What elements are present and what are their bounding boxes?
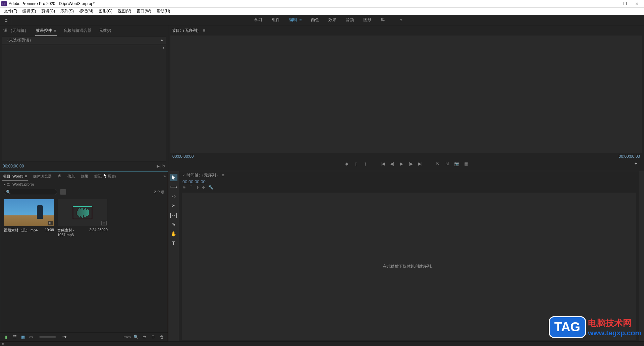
workspace-learn[interactable]: 学习 xyxy=(254,16,263,24)
panel-menu-icon[interactable]: ≡ xyxy=(54,29,56,32)
list-view-button[interactable]: ☷ xyxy=(12,334,18,340)
maximize-button[interactable]: ☐ xyxy=(622,1,628,7)
tab-libraries[interactable]: 库 xyxy=(57,172,62,180)
ripple-edit-tool[interactable]: ⇔ xyxy=(170,193,177,200)
home-button[interactable]: ⌂ xyxy=(0,15,12,25)
type-tool[interactable]: T xyxy=(170,239,177,247)
sort-button[interactable]: ≡▾ xyxy=(61,334,67,340)
tab-history[interactable]: 历史i xyxy=(107,172,116,180)
workspace-libraries[interactable]: 库 xyxy=(380,16,385,24)
close-panel-icon[interactable]: × xyxy=(182,173,184,177)
tab-project[interactable]: 项目: Word3≡ xyxy=(2,172,28,180)
slip-tool[interactable]: |↔| xyxy=(170,211,177,219)
menu-markers[interactable]: 标记(M) xyxy=(76,8,96,15)
tab-effect-controls[interactable]: 效果控件≡ xyxy=(35,26,57,36)
new-bin-button[interactable] xyxy=(60,189,66,195)
menu-sequence[interactable]: 序列(S) xyxy=(58,8,76,15)
tab-markers[interactable]: 标记 xyxy=(94,172,102,180)
timeline-linked-selection-icon[interactable]: ⌒ xyxy=(189,185,193,191)
sync-icon[interactable]: ↻ xyxy=(1,342,4,346)
source-loop-icon[interactable]: ↻ xyxy=(162,164,165,168)
timeline-scrollbar[interactable] xyxy=(639,171,644,341)
workspace-more[interactable]: » xyxy=(400,18,402,22)
menu-window[interactable]: 窗口(W) xyxy=(134,8,154,15)
menu-graphics[interactable]: 图形(G) xyxy=(96,8,115,15)
audio-thumbnail: ⊞ xyxy=(57,199,108,226)
workspace-color[interactable]: 颜色 xyxy=(310,16,320,24)
workspace-effects[interactable]: 效果 xyxy=(328,16,337,24)
minimize-button[interactable]: — xyxy=(610,1,616,7)
mark-out-button[interactable]: } xyxy=(362,161,368,167)
timeline-add-marker-icon[interactable]: ◆ xyxy=(202,185,205,191)
project-item-audio[interactable]: ⊞ 音频素材 - 1967.mp3 2:24:25920 xyxy=(57,199,108,238)
step-back-button[interactable]: ◀| xyxy=(389,161,395,167)
thumbnail-size-slider[interactable] xyxy=(39,336,56,338)
menu-view[interactable]: 视图(V) xyxy=(115,8,134,15)
find-button[interactable]: 🔍 xyxy=(133,334,139,340)
project-breadcrumb[interactable]: Word3.prproj xyxy=(12,182,34,186)
panel-menu-icon[interactable]: ≡ xyxy=(222,173,224,178)
add-marker-button[interactable]: ◆ xyxy=(343,161,350,167)
timeline-marker-icon[interactable]: ◗ xyxy=(197,185,199,191)
program-timecode-left[interactable]: 00;00;00;00 xyxy=(172,154,194,159)
pen-tool[interactable]: ✎ xyxy=(170,221,177,228)
hand-tool[interactable]: ✋ xyxy=(170,230,177,237)
selection-tool[interactable] xyxy=(170,174,177,181)
dropdown-arrow-icon: ▶ xyxy=(161,39,163,42)
tab-info[interactable]: 信息 xyxy=(67,172,75,180)
timeline-settings-icon[interactable]: 🔧 xyxy=(208,185,213,191)
lift-button[interactable]: ⇱ xyxy=(435,161,441,167)
freeform-view-button[interactable]: ▭ xyxy=(28,334,34,340)
workspace-assembly[interactable]: 组件 xyxy=(271,16,280,24)
project-search-input[interactable]: 🔍 xyxy=(4,189,57,195)
workspace-graphics[interactable]: 图形 xyxy=(363,16,372,24)
close-button[interactable]: ✕ xyxy=(634,1,640,7)
new-item-button[interactable]: 🗋 xyxy=(150,334,156,340)
new-bin-button[interactable]: 🗀 xyxy=(142,334,148,340)
menu-edit[interactable]: 编辑(E) xyxy=(20,8,39,15)
tab-metadata[interactable]: 元数据 xyxy=(98,26,112,36)
timeline-snap-icon[interactable]: ⋇ xyxy=(182,185,186,191)
export-frame-button[interactable]: 📷 xyxy=(453,161,460,167)
panel-menu-icon[interactable]: ≡ xyxy=(25,174,27,178)
project-tabs-more[interactable]: » xyxy=(163,174,166,179)
clip-selector[interactable]: （未选择剪辑） ▶ xyxy=(2,36,166,44)
track-select-tool[interactable]: ⟼ xyxy=(170,183,177,191)
go-to-out-button[interactable]: ▶| xyxy=(417,161,423,167)
menu-file[interactable]: 文件(F) xyxy=(1,8,20,15)
source-play-icon[interactable]: ▶| xyxy=(157,164,161,168)
source-panel: 源:（无剪辑） 效果控件≡ 音频剪辑混合器 元数据 （未选择剪辑） ▶ ▲ 00… xyxy=(0,25,168,171)
delete-button[interactable]: 🗑 xyxy=(159,334,165,340)
program-monitor[interactable] xyxy=(170,36,642,153)
program-panel-title[interactable]: 节目:（无序列） xyxy=(172,28,201,33)
panel-menu-icon[interactable]: ≡ xyxy=(203,28,205,33)
timeline-timecode[interactable]: 00;00;00;00 xyxy=(179,179,639,184)
menu-help[interactable]: 帮助(H) xyxy=(154,8,173,15)
razor-tool[interactable]: ✂ xyxy=(170,202,177,209)
tab-media-browser[interactable]: 媒体浏览器 xyxy=(33,172,52,180)
comparison-view-button[interactable]: ▦ xyxy=(463,161,469,167)
clip-type-badge: ⊞ xyxy=(48,221,53,225)
clip-type-badge: ⊞ xyxy=(101,221,107,225)
tab-effects[interactable]: 效果 xyxy=(80,172,89,180)
workspace-editing[interactable]: 编辑≡ xyxy=(288,16,302,24)
tab-source[interactable]: 源:（无剪辑） xyxy=(3,26,29,36)
button-editor-button[interactable]: + xyxy=(635,161,637,166)
tab-audio-clip-mixer[interactable]: 音频剪辑混合器 xyxy=(63,26,92,36)
window-title: Adobe Premiere Pro 2020 - D:\pr\Word3.pr… xyxy=(9,1,610,6)
mark-in-button[interactable]: { xyxy=(353,161,359,167)
automate-to-sequence-button[interactable]: ▭▭ xyxy=(124,334,130,340)
project-item-video[interactable]: ⊞ 视频素材（总）.mp4 19:09 xyxy=(4,199,54,238)
writable-toggle[interactable]: ▮ xyxy=(3,334,9,340)
watermark-logo: TAG xyxy=(549,316,586,338)
icon-view-button[interactable]: ▦ xyxy=(20,334,26,340)
program-timecode-right[interactable]: 00;00;00;00 xyxy=(619,154,640,159)
menu-clip[interactable]: 剪辑(C) xyxy=(39,8,58,15)
go-to-in-button[interactable]: |◀ xyxy=(380,161,386,167)
play-button[interactable]: ▶ xyxy=(398,161,405,167)
timeline-title: 时间轴:（无序列） xyxy=(186,172,220,178)
source-timecode[interactable]: 00;00;00;00 xyxy=(3,164,24,168)
workspace-audio[interactable]: 音频 xyxy=(345,16,355,24)
extract-button[interactable]: ⇲ xyxy=(444,161,450,167)
step-forward-button[interactable]: |▶ xyxy=(408,161,414,167)
